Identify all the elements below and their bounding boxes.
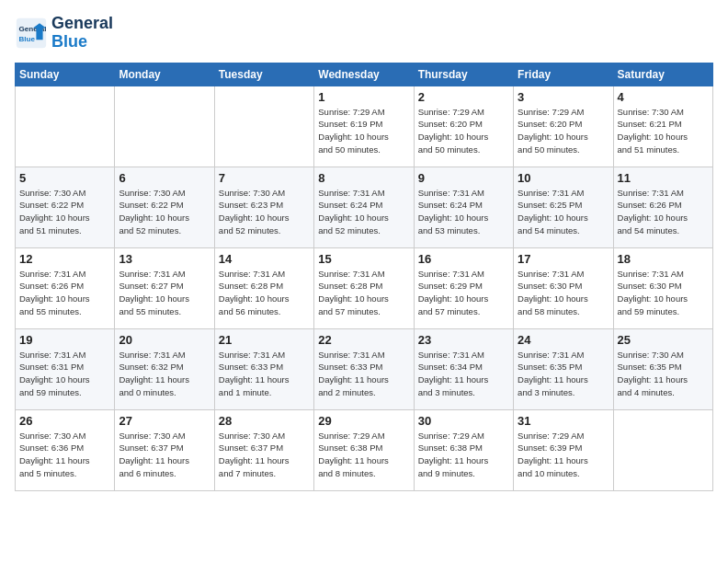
calendar-cell: 1Sunrise: 7:29 AM Sunset: 6:19 PM Daylig… bbox=[314, 86, 414, 167]
day-number: 18 bbox=[618, 252, 709, 266]
day-number: 2 bbox=[418, 90, 509, 104]
weekday-header-sunday: Sunday bbox=[16, 63, 115, 86]
logo: General Blue GeneralBlue bbox=[15, 15, 113, 52]
day-number: 30 bbox=[418, 414, 509, 428]
day-number: 4 bbox=[618, 90, 709, 104]
day-info: Sunrise: 7:31 AM Sunset: 6:31 PM Dayligh… bbox=[19, 349, 110, 399]
day-info: Sunrise: 7:31 AM Sunset: 6:32 PM Dayligh… bbox=[119, 349, 210, 399]
calendar-cell: 31Sunrise: 7:29 AM Sunset: 6:39 PM Dayli… bbox=[514, 409, 613, 490]
calendar-cell bbox=[613, 409, 712, 490]
day-info: Sunrise: 7:29 AM Sunset: 6:19 PM Dayligh… bbox=[318, 106, 409, 156]
calendar-cell: 4Sunrise: 7:30 AM Sunset: 6:21 PM Daylig… bbox=[613, 86, 712, 167]
day-number: 17 bbox=[518, 252, 609, 266]
calendar-cell: 9Sunrise: 7:31 AM Sunset: 6:24 PM Daylig… bbox=[414, 167, 513, 247]
calendar-cell: 8Sunrise: 7:31 AM Sunset: 6:24 PM Daylig… bbox=[314, 167, 414, 247]
logo-icon: General Blue bbox=[15, 17, 48, 50]
weekday-header-friday: Friday bbox=[514, 63, 613, 86]
day-info: Sunrise: 7:30 AM Sunset: 6:37 PM Dayligh… bbox=[219, 430, 310, 480]
day-info: Sunrise: 7:29 AM Sunset: 6:38 PM Dayligh… bbox=[418, 430, 509, 480]
weekday-header-monday: Monday bbox=[115, 63, 214, 86]
day-info: Sunrise: 7:31 AM Sunset: 6:25 PM Dayligh… bbox=[518, 187, 609, 237]
day-number: 6 bbox=[119, 171, 210, 185]
day-info: Sunrise: 7:31 AM Sunset: 6:33 PM Dayligh… bbox=[318, 349, 409, 399]
logo-text: GeneralBlue bbox=[51, 15, 113, 52]
day-info: Sunrise: 7:31 AM Sunset: 6:30 PM Dayligh… bbox=[618, 268, 709, 318]
weekday-header-saturday: Saturday bbox=[613, 63, 712, 86]
day-info: Sunrise: 7:30 AM Sunset: 6:23 PM Dayligh… bbox=[219, 187, 310, 237]
calendar-cell bbox=[16, 86, 115, 167]
day-number: 29 bbox=[318, 414, 409, 428]
svg-text:Blue: Blue bbox=[19, 35, 36, 43]
day-info: Sunrise: 7:31 AM Sunset: 6:35 PM Dayligh… bbox=[518, 349, 609, 399]
day-info: Sunrise: 7:31 AM Sunset: 6:34 PM Dayligh… bbox=[418, 349, 509, 399]
day-info: Sunrise: 7:30 AM Sunset: 6:36 PM Dayligh… bbox=[19, 430, 110, 480]
calendar-cell: 12Sunrise: 7:31 AM Sunset: 6:26 PM Dayli… bbox=[16, 247, 115, 328]
day-number: 8 bbox=[318, 171, 409, 185]
calendar-cell: 28Sunrise: 7:30 AM Sunset: 6:37 PM Dayli… bbox=[214, 409, 313, 490]
day-number: 10 bbox=[518, 171, 609, 185]
day-number: 5 bbox=[19, 171, 110, 185]
day-number: 20 bbox=[119, 333, 210, 347]
day-info: Sunrise: 7:29 AM Sunset: 6:39 PM Dayligh… bbox=[518, 430, 609, 480]
calendar-cell: 15Sunrise: 7:31 AM Sunset: 6:28 PM Dayli… bbox=[314, 247, 414, 328]
calendar-cell: 22Sunrise: 7:31 AM Sunset: 6:33 PM Dayli… bbox=[314, 328, 414, 409]
day-number: 25 bbox=[618, 333, 709, 347]
day-info: Sunrise: 7:31 AM Sunset: 6:24 PM Dayligh… bbox=[318, 187, 409, 237]
day-info: Sunrise: 7:29 AM Sunset: 6:38 PM Dayligh… bbox=[318, 430, 409, 480]
weekday-header-tuesday: Tuesday bbox=[214, 63, 313, 86]
day-info: Sunrise: 7:31 AM Sunset: 6:28 PM Dayligh… bbox=[219, 268, 310, 318]
day-info: Sunrise: 7:29 AM Sunset: 6:20 PM Dayligh… bbox=[518, 106, 609, 156]
day-number: 9 bbox=[418, 171, 509, 185]
calendar-cell: 2Sunrise: 7:29 AM Sunset: 6:20 PM Daylig… bbox=[414, 86, 513, 167]
calendar-cell: 3Sunrise: 7:29 AM Sunset: 6:20 PM Daylig… bbox=[514, 86, 613, 167]
day-number: 1 bbox=[318, 90, 409, 104]
day-info: Sunrise: 7:31 AM Sunset: 6:26 PM Dayligh… bbox=[19, 268, 110, 318]
day-number: 16 bbox=[418, 252, 509, 266]
calendar-cell: 29Sunrise: 7:29 AM Sunset: 6:38 PM Dayli… bbox=[314, 409, 414, 490]
calendar-cell: 16Sunrise: 7:31 AM Sunset: 6:29 PM Dayli… bbox=[414, 247, 513, 328]
day-info: Sunrise: 7:30 AM Sunset: 6:21 PM Dayligh… bbox=[618, 106, 709, 156]
calendar-cell: 6Sunrise: 7:30 AM Sunset: 6:22 PM Daylig… bbox=[115, 167, 214, 247]
day-info: Sunrise: 7:30 AM Sunset: 6:22 PM Dayligh… bbox=[119, 187, 210, 237]
day-info: Sunrise: 7:30 AM Sunset: 6:35 PM Dayligh… bbox=[618, 349, 709, 399]
calendar-cell: 17Sunrise: 7:31 AM Sunset: 6:30 PM Dayli… bbox=[514, 247, 613, 328]
calendar-cell: 19Sunrise: 7:31 AM Sunset: 6:31 PM Dayli… bbox=[16, 328, 115, 409]
calendar-cell bbox=[115, 86, 214, 167]
calendar-cell: 21Sunrise: 7:31 AM Sunset: 6:33 PM Dayli… bbox=[214, 328, 313, 409]
calendar-cell: 14Sunrise: 7:31 AM Sunset: 6:28 PM Dayli… bbox=[214, 247, 313, 328]
day-number: 28 bbox=[219, 414, 310, 428]
day-info: Sunrise: 7:30 AM Sunset: 6:22 PM Dayligh… bbox=[19, 187, 110, 237]
day-number: 31 bbox=[518, 414, 609, 428]
day-info: Sunrise: 7:31 AM Sunset: 6:29 PM Dayligh… bbox=[418, 268, 509, 318]
day-number: 21 bbox=[219, 333, 310, 347]
day-number: 14 bbox=[219, 252, 310, 266]
day-number: 13 bbox=[119, 252, 210, 266]
day-number: 19 bbox=[19, 333, 110, 347]
calendar-cell: 11Sunrise: 7:31 AM Sunset: 6:26 PM Dayli… bbox=[613, 167, 712, 247]
calendar-cell: 30Sunrise: 7:29 AM Sunset: 6:38 PM Dayli… bbox=[414, 409, 513, 490]
page-header: General Blue GeneralBlue bbox=[15, 15, 713, 52]
day-number: 23 bbox=[418, 333, 509, 347]
calendar-cell: 27Sunrise: 7:30 AM Sunset: 6:37 PM Dayli… bbox=[115, 409, 214, 490]
day-info: Sunrise: 7:31 AM Sunset: 6:27 PM Dayligh… bbox=[119, 268, 210, 318]
day-number: 27 bbox=[119, 414, 210, 428]
weekday-header-thursday: Thursday bbox=[414, 63, 513, 86]
day-info: Sunrise: 7:31 AM Sunset: 6:24 PM Dayligh… bbox=[418, 187, 509, 237]
day-number: 15 bbox=[318, 252, 409, 266]
day-number: 3 bbox=[518, 90, 609, 104]
calendar-cell: 26Sunrise: 7:30 AM Sunset: 6:36 PM Dayli… bbox=[16, 409, 115, 490]
calendar-cell: 7Sunrise: 7:30 AM Sunset: 6:23 PM Daylig… bbox=[214, 167, 313, 247]
day-info: Sunrise: 7:29 AM Sunset: 6:20 PM Dayligh… bbox=[418, 106, 509, 156]
calendar-cell: 24Sunrise: 7:31 AM Sunset: 6:35 PM Dayli… bbox=[514, 328, 613, 409]
day-number: 26 bbox=[19, 414, 110, 428]
day-number: 7 bbox=[219, 171, 310, 185]
day-number: 24 bbox=[518, 333, 609, 347]
calendar-cell: 13Sunrise: 7:31 AM Sunset: 6:27 PM Dayli… bbox=[115, 247, 214, 328]
day-info: Sunrise: 7:31 AM Sunset: 6:33 PM Dayligh… bbox=[219, 349, 310, 399]
calendar-cell: 20Sunrise: 7:31 AM Sunset: 6:32 PM Dayli… bbox=[115, 328, 214, 409]
calendar-cell: 5Sunrise: 7:30 AM Sunset: 6:22 PM Daylig… bbox=[16, 167, 115, 247]
calendar-cell bbox=[214, 86, 313, 167]
calendar-cell: 10Sunrise: 7:31 AM Sunset: 6:25 PM Dayli… bbox=[514, 167, 613, 247]
day-number: 11 bbox=[618, 171, 709, 185]
calendar-cell: 25Sunrise: 7:30 AM Sunset: 6:35 PM Dayli… bbox=[613, 328, 712, 409]
